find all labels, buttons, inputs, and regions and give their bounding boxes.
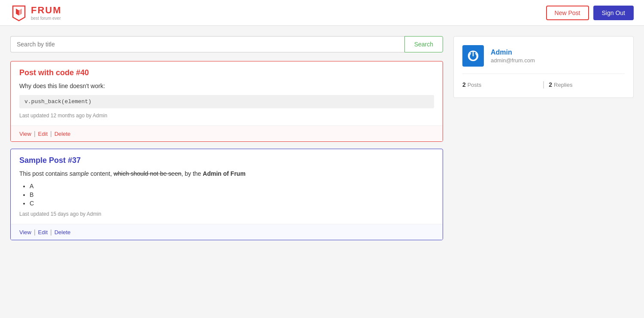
stat-replies: 2 Replies <box>549 81 625 88</box>
stat-replies-count: 2 <box>549 81 552 88</box>
list-item-c: C <box>30 200 434 207</box>
logo-subtitle: best forum ever <box>31 16 62 21</box>
stat-posts-count: 2 <box>462 81 466 88</box>
search-input[interactable] <box>10 36 404 52</box>
post-body-post-37: , by the <box>181 170 203 177</box>
post-body-40: Why does this line doesn't work: <box>19 82 434 91</box>
user-info: Admin admin@frum.com <box>491 49 535 64</box>
user-name: Admin <box>491 49 535 56</box>
post-view-link-40[interactable]: View <box>19 131 31 137</box>
post-list-37: A B C <box>19 183 434 207</box>
post-body-mid-37: content, <box>89 170 114 177</box>
user-card: Admin admin@frum.com 2 Posts | 2 Replies <box>453 36 634 98</box>
post-card-body-37: Sample Post #37 This post contains sampl… <box>11 149 443 224</box>
sign-out-button[interactable]: Sign Out <box>593 6 634 20</box>
user-card-top: Admin admin@frum.com <box>462 45 625 67</box>
post-card-footer-40: View | Edit | Delete <box>11 125 443 141</box>
left-column: Search Post with code #40 Why does this … <box>10 36 443 247</box>
post-card-body-40: Post with code #40 Why does this line do… <box>11 61 443 125</box>
stat-posts-label-text: Posts <box>468 82 482 88</box>
post-view-link-37[interactable]: View <box>19 229 31 235</box>
post-body-pre-37: This post contains <box>19 170 70 177</box>
post-title-prefix-37: Sample Post <box>19 156 66 165</box>
user-email: admin@frum.com <box>491 57 535 64</box>
logo-icon <box>10 4 27 21</box>
right-column: Admin admin@frum.com 2 Posts | 2 Replies <box>453 36 634 247</box>
logo-text: FRUM best forum ever <box>31 5 62 21</box>
post-meta-37: Last updated 15 days ago by Admin <box>19 211 434 217</box>
post-title-37: Sample Post #37 <box>19 156 434 165</box>
post-card-37: Sample Post #37 This post contains sampl… <box>10 149 443 240</box>
post-title-number-37: #37 <box>68 156 81 165</box>
svg-marker-1 <box>16 9 19 15</box>
post-body-italic-37: sample <box>70 170 89 177</box>
post-delete-link-37[interactable]: Delete <box>55 229 71 235</box>
post-meta-40: Last updated 12 months ago by Admin <box>19 113 434 119</box>
user-stats: 2 Posts | 2 Replies <box>462 73 625 89</box>
stat-posts: 2 Posts <box>462 81 538 88</box>
post-title-prefix-40: Post with code <box>19 68 74 77</box>
post-body-strike-37: which should not be seen <box>113 170 181 177</box>
footer-sep-2-40: | <box>50 130 52 137</box>
post-delete-link-40[interactable]: Delete <box>55 131 71 137</box>
post-code-40: v.push_back(element) <box>19 95 434 108</box>
header-buttons: New Post Sign Out <box>546 6 634 20</box>
post-edit-link-37[interactable]: Edit <box>38 229 48 235</box>
logo: FRUM best forum ever <box>10 4 62 21</box>
post-body-37: This post contains sample content, which… <box>19 169 434 178</box>
new-post-button[interactable]: New Post <box>546 6 589 20</box>
list-item-b: B <box>30 191 434 198</box>
svg-marker-2 <box>19 9 22 15</box>
logo-title: FRUM <box>31 5 62 16</box>
post-card-40: Post with code #40 Why does this line do… <box>10 61 443 142</box>
footer-sep-2-37: | <box>50 229 52 235</box>
stat-replies-label-text: Replies <box>554 82 572 88</box>
search-bar: Search <box>10 36 443 52</box>
site-header: FRUM best forum ever New Post Sign Out <box>0 0 644 26</box>
post-title-number-40: #40 <box>76 68 89 77</box>
avatar-icon <box>467 50 479 62</box>
stat-divider: | <box>543 80 545 89</box>
post-card-footer-37: View | Edit | Delete <box>11 224 443 240</box>
footer-sep-1-40: | <box>34 130 36 137</box>
post-edit-link-40[interactable]: Edit <box>38 131 48 137</box>
post-body-bold-37: Admin of Frum <box>203 170 246 177</box>
footer-sep-1-37: | <box>34 229 36 235</box>
main-layout: Search Post with code #40 Why does this … <box>0 26 644 257</box>
search-button[interactable]: Search <box>404 36 443 52</box>
avatar <box>462 45 484 67</box>
list-item-a: A <box>30 183 434 190</box>
post-title-40: Post with code #40 <box>19 68 434 77</box>
